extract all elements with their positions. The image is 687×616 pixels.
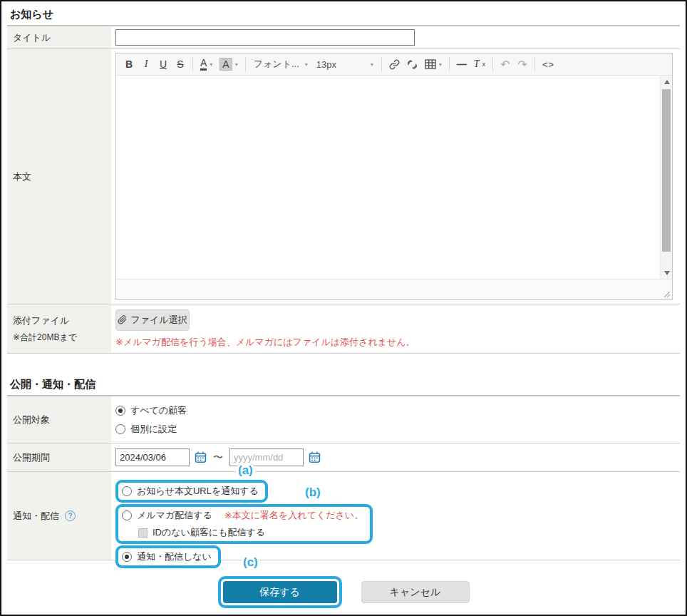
- publish-section-title: 公開・通知・配信: [10, 378, 677, 391]
- publish-target-row: 公開対象 すべての顧客 個別に設定: [7, 396, 680, 443]
- file-select-label: ファイル選択: [130, 314, 187, 327]
- notice-form-page: お知らせ タイトル 本文 B I U S: [0, 0, 687, 616]
- editor-content-area[interactable]: [116, 76, 672, 279]
- chevron-down-icon: ▾: [371, 61, 373, 68]
- radio-no-notify[interactable]: 通知・配信しない: [122, 548, 212, 565]
- body-label: 本文: [7, 49, 111, 304]
- notify-delivery-label: 通知・配信: [13, 510, 59, 523]
- radio-mail-magazine-label: メルマガ配信する: [137, 509, 212, 522]
- attachment-row: 添付ファイル ※合計20MBまで ファイル選択 ※メルマガ配信を行う場合、メルマ…: [7, 304, 680, 354]
- highlight-box-a: お知らせ本文URLを通知する: [115, 480, 268, 503]
- file-select-button[interactable]: ファイル選択: [115, 309, 190, 331]
- radio-icon: [122, 552, 132, 562]
- chevron-down-icon: ▾: [210, 61, 212, 68]
- annotation-b: (b): [303, 486, 323, 500]
- radio-notify-url-label: お知らせ本文URLを通知する: [137, 485, 259, 498]
- attachment-warning-text: ※メルマガ配信を行う場合、メルマガにはファイルは添付されません。: [115, 336, 676, 349]
- bold-button[interactable]: B: [120, 56, 138, 73]
- text-color-icon: A: [200, 58, 207, 71]
- radio-icon: [122, 486, 132, 496]
- signature-note-text: ※本文に署名を入れてください。: [224, 509, 363, 522]
- toolbar-separator: [534, 57, 535, 71]
- source-code-button[interactable]: <>: [539, 56, 558, 73]
- toolbar-separator: [381, 57, 382, 71]
- table-button[interactable]: ▾: [421, 56, 445, 73]
- radio-notify-url[interactable]: お知らせ本文URLを通知する: [122, 483, 259, 500]
- start-date-input[interactable]: [115, 448, 190, 466]
- undo-button[interactable]: ↶: [497, 56, 514, 73]
- calendar-icon: [195, 451, 207, 463]
- scrollbar-thumb[interactable]: [662, 89, 671, 252]
- publish-target-label: 公開対象: [7, 396, 111, 443]
- redo-button[interactable]: ↷: [514, 56, 531, 73]
- background-color-button[interactable]: A ▾: [216, 56, 241, 73]
- radio-all-customers[interactable]: すべての顧客: [115, 401, 676, 420]
- clear-formatting-icon: T: [474, 58, 480, 70]
- rich-text-editor: B I U S A ▾ A ▾: [115, 53, 673, 300]
- paperclip-icon: [118, 315, 127, 324]
- notice-form-table: タイトル 本文 B I U S A ▾: [7, 26, 680, 354]
- end-date-calendar-button[interactable]: [309, 451, 321, 463]
- text-color-button[interactable]: A ▾: [197, 56, 216, 73]
- date-range-separator: 〜: [213, 451, 223, 464]
- italic-button[interactable]: I: [138, 56, 155, 73]
- highlight-box-c: 通知・配信しない: [115, 545, 221, 568]
- toolbar-separator: [192, 57, 193, 71]
- annotation-c: (c): [241, 555, 260, 570]
- resize-grip-icon[interactable]: [662, 289, 671, 298]
- toolbar-separator: [449, 57, 450, 71]
- attachment-label: 添付ファイル: [13, 314, 105, 327]
- annotation-a: (a): [236, 463, 255, 478]
- insert-link-button[interactable]: [386, 56, 403, 73]
- help-icon[interactable]: ?: [65, 510, 76, 521]
- radio-individual-setting[interactable]: 個別に設定: [115, 420, 676, 438]
- code-icon: <>: [542, 59, 554, 70]
- start-date-calendar-button[interactable]: [195, 451, 207, 463]
- notice-section-title: お知らせ: [10, 8, 677, 21]
- editor-scrollbar[interactable]: [660, 76, 672, 279]
- title-row: タイトル: [7, 26, 680, 49]
- radio-icon: [122, 510, 132, 520]
- radio-individual-setting-label: 個別に設定: [130, 423, 177, 436]
- table-icon: [425, 59, 436, 69]
- save-button[interactable]: 保存する: [223, 581, 337, 603]
- editor-toolbar: B I U S A ▾ A ▾: [116, 53, 672, 76]
- font-size-select[interactable]: 13px ▾: [312, 56, 378, 73]
- checkbox-no-id-customers[interactable]: IDのない顧客にも配信する: [138, 524, 363, 541]
- font-family-select[interactable]: フォント... ▾: [249, 56, 312, 73]
- radio-icon: [115, 424, 125, 434]
- title-input[interactable]: [115, 29, 415, 46]
- radio-mail-magazine[interactable]: メルマガ配信する ※本文に署名を入れてください。: [122, 507, 363, 524]
- scroll-down-arrow-icon[interactable]: [661, 267, 673, 279]
- chevron-down-icon: ▾: [305, 61, 308, 68]
- link-icon: [389, 59, 400, 70]
- calendar-icon: [309, 451, 321, 463]
- underline-button[interactable]: U: [155, 56, 172, 73]
- scroll-up-arrow-icon[interactable]: [661, 76, 673, 88]
- action-buttons: 保存する キャンセル: [1, 576, 686, 608]
- attachment-size-note: ※合計20MBまで: [13, 332, 105, 344]
- chevron-down-icon: ▾: [235, 61, 238, 68]
- publish-form-table: 公開対象 すべての顧客 個別に設定 公開期間: [7, 396, 680, 560]
- font-family-value: フォント...: [254, 58, 299, 71]
- body-row: 本文 B I U S A ▾ A: [7, 49, 680, 304]
- checkbox-no-id-customers-label: IDのない顧客にも配信する: [153, 526, 265, 539]
- cancel-button[interactable]: キャンセル: [361, 581, 470, 603]
- strikethrough-button[interactable]: S: [172, 56, 189, 73]
- title-label: タイトル: [7, 26, 111, 48]
- unlink-icon: [407, 59, 418, 70]
- highlight-box-b: メルマガ配信する ※本文に署名を入れてください。 IDのない顧客にも配信する: [115, 504, 373, 544]
- radio-no-notify-label: 通知・配信しない: [137, 550, 212, 563]
- save-highlight-ring: 保存する: [218, 576, 342, 608]
- font-size-value: 13px: [316, 59, 336, 70]
- clear-formatting-button[interactable]: Tx: [470, 56, 489, 73]
- background-color-icon: A: [219, 58, 232, 71]
- remove-link-button[interactable]: [403, 56, 421, 73]
- checkbox-icon: [138, 528, 148, 538]
- radio-icon: [115, 406, 125, 416]
- radio-all-customers-label: すべての顧客: [130, 404, 187, 417]
- editor-status-bar: [116, 279, 672, 299]
- publish-period-label: 公開期間: [7, 443, 111, 471]
- horizontal-rule-button[interactable]: —: [453, 56, 470, 73]
- publish-period-row: 公開期間: [7, 443, 680, 472]
